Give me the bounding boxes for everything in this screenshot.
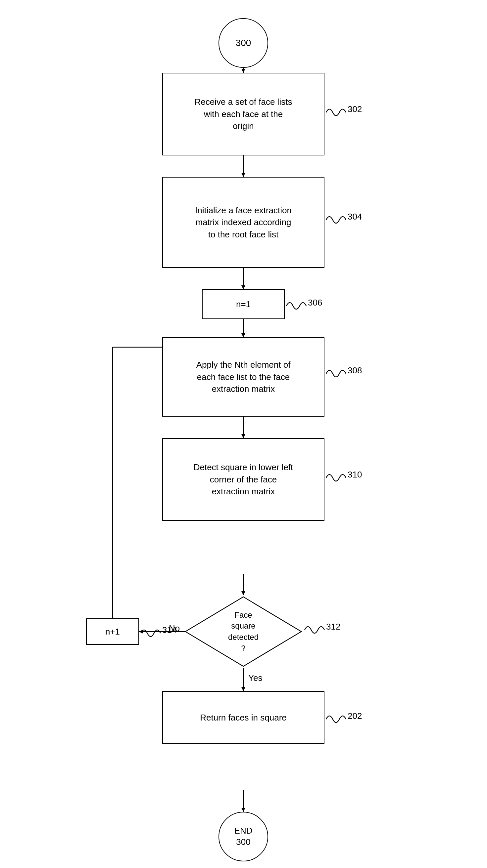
svg-marker-1: [241, 69, 245, 73]
step-202-label: Return faces in square: [200, 712, 287, 723]
wavy-314: [139, 623, 166, 643]
step-312: Facesquaredetected?: [184, 595, 303, 668]
step-202: Return faces in square: [162, 691, 324, 744]
wavy-302: [324, 102, 351, 122]
step-304-label: Initialize a face extractionmatrix index…: [195, 204, 292, 240]
flowchart-diagram: 300 Receive a set of face listswith each…: [0, 0, 487, 868]
step-304: Initialize a face extractionmatrix index…: [162, 177, 324, 268]
end-label: END300: [234, 825, 253, 848]
step-314-label: n+1: [105, 626, 120, 638]
step-306: n=1: [202, 289, 285, 319]
step-302: Receive a set of face listswith each fac…: [162, 73, 324, 155]
ref-304: 304: [348, 212, 362, 222]
wavy-202: [324, 709, 351, 729]
step-310: Detect square in lower leftcorner of the…: [162, 438, 324, 521]
svg-marker-11: [241, 591, 245, 595]
svg-marker-13: [241, 687, 245, 691]
svg-marker-5: [241, 285, 245, 289]
step-310-label: Detect square in lower leftcorner of the…: [194, 461, 293, 497]
wavy-304: [324, 210, 351, 230]
svg-marker-9: [241, 434, 245, 438]
wavy-308: [324, 364, 351, 383]
ref-308: 308: [348, 365, 362, 376]
ref-314: 314: [162, 625, 176, 635]
start-node: 300: [219, 18, 268, 68]
yes-label: Yes: [248, 673, 262, 683]
svg-marker-7: [241, 333, 245, 337]
wavy-312: [303, 620, 330, 640]
wavy-306: [285, 296, 311, 316]
step-312-label: Facesquaredetected?: [228, 610, 259, 654]
ref-302: 302: [348, 104, 362, 115]
svg-marker-3: [241, 173, 245, 177]
step-314: n+1: [86, 618, 139, 645]
svg-marker-20: [241, 808, 245, 812]
ref-310: 310: [348, 469, 362, 480]
wavy-310: [324, 468, 351, 488]
ref-312: 312: [326, 622, 340, 632]
end-node: END300: [219, 812, 268, 861]
step-308: Apply the Nth element ofeach face list t…: [162, 337, 324, 416]
step-308-label: Apply the Nth element ofeach face list t…: [196, 359, 291, 395]
start-label: 300: [236, 37, 251, 49]
step-306-label: n=1: [236, 298, 251, 310]
step-302-label: Receive a set of face listswith each fac…: [195, 96, 292, 132]
ref-202: 202: [348, 711, 362, 721]
ref-306: 306: [308, 298, 322, 308]
